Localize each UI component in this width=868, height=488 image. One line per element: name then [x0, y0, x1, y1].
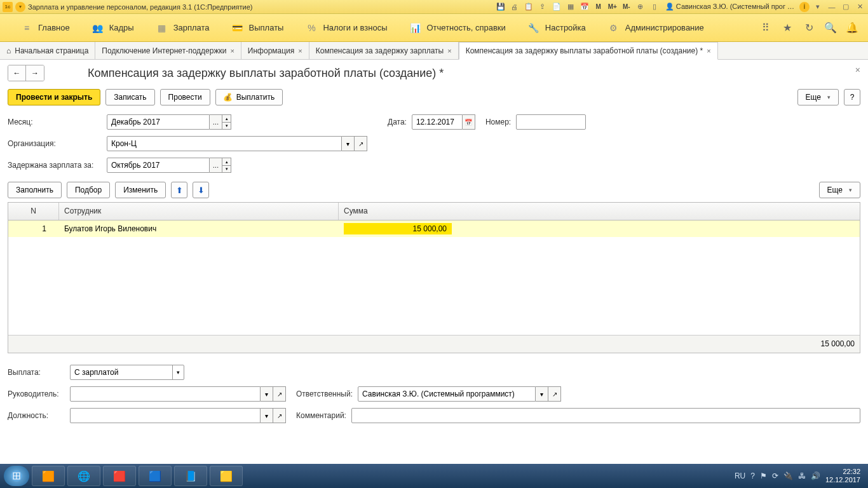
close-icon[interactable]: × — [447, 47, 451, 55]
grid-icon[interactable]: ▦ — [565, 2, 576, 12]
tray-volume-icon[interactable]: 🔊 — [811, 471, 820, 480]
month-up-button[interactable]: ▴ — [222, 114, 231, 122]
book-icon[interactable]: ▯ — [649, 2, 660, 12]
position-input[interactable] — [70, 408, 261, 423]
move-up-button[interactable]: ⬆ — [171, 182, 187, 198]
save-button[interactable]: Записать — [105, 89, 154, 105]
taskbar-skype[interactable]: 🟦 — [139, 466, 172, 486]
pick-button[interactable]: Подбор — [67, 182, 110, 198]
comment-input[interactable] — [351, 408, 860, 423]
fill-button[interactable]: Заполнить — [8, 182, 62, 198]
page-close-button[interactable]: × — [855, 65, 860, 75]
minimize-icon[interactable]: — — [826, 2, 837, 12]
search-icon[interactable]: 🔍 — [825, 22, 836, 34]
maximize-icon[interactable]: ▢ — [840, 2, 851, 12]
close-window-icon[interactable]: ✕ — [854, 2, 865, 12]
date-input[interactable]: 12.12.2017 — [412, 114, 463, 130]
memory-mplus-icon[interactable]: M+ — [607, 2, 618, 12]
tray-network-icon[interactable]: 🖧 — [798, 471, 806, 480]
nav-back-button[interactable]: ← — [8, 65, 26, 81]
tray-updates-icon[interactable]: ⟳ — [772, 471, 778, 480]
help-button[interactable]: ? — [844, 89, 860, 105]
organization-open-button[interactable]: ↗ — [355, 136, 367, 151]
month-down-button[interactable]: ▾ — [222, 122, 231, 130]
post-and-close-button[interactable]: Провести и закрыть — [8, 89, 100, 105]
delayed-up-button[interactable]: ▴ — [222, 158, 231, 165]
nav-admin[interactable]: ⚙Администрирование — [597, 14, 715, 41]
copy-icon[interactable]: 📋 — [523, 2, 534, 12]
titlebar-menu-icon[interactable]: ▾ — [15, 2, 25, 12]
move-down-button[interactable]: ⬇ — [193, 182, 209, 198]
close-icon[interactable]: × — [707, 47, 710, 55]
save-icon[interactable]: 💾 — [495, 2, 506, 12]
notifications-icon[interactable]: 🔔 — [846, 22, 858, 34]
nav-hamburger[interactable]: ≡Главное — [10, 14, 81, 41]
more-button[interactable]: Еще — [797, 89, 839, 105]
responsible-input[interactable]: Савинская З.Ю. (Системный программист) — [358, 386, 536, 402]
taskbar-yandex[interactable]: 🟥 — [103, 466, 136, 486]
close-icon[interactable]: × — [298, 47, 302, 55]
nav-forward-button[interactable]: → — [26, 65, 44, 81]
start-button[interactable] — [4, 466, 29, 486]
position-open-button[interactable]: ↗ — [273, 408, 286, 423]
table-row[interactable]: 1 Булатов Игорь Виленович 15 000,00 — [8, 220, 860, 237]
responsible-dropdown-button[interactable]: ▾ — [536, 386, 548, 402]
tab-compensation-create[interactable]: Компенсация за задержку выплаты заработн… — [459, 42, 718, 60]
print-icon[interactable]: 🖨 — [509, 2, 520, 12]
memory-m-icon[interactable]: M — [593, 2, 604, 12]
table-more-button[interactable]: Еще — [819, 182, 860, 198]
manager-input[interactable] — [70, 386, 261, 402]
nav-payments[interactable]: 💳Выплаты — [221, 14, 295, 41]
number-input[interactable] — [516, 114, 586, 130]
tab-home[interactable]: ⌂Начальная страница — [0, 42, 95, 59]
close-icon[interactable]: × — [230, 47, 234, 55]
delayed-input[interactable]: Октябрь 2017 — [107, 158, 210, 173]
tray-lang[interactable]: RU — [735, 471, 745, 480]
tray-clock[interactable]: 22:32 12.12.2017 — [825, 468, 860, 484]
responsible-open-button[interactable]: ↗ — [548, 386, 561, 402]
apps-grid-icon[interactable]: ⠿ — [760, 22, 771, 34]
nav-reports[interactable]: 📊Отчетность, справки — [399, 14, 517, 41]
nav-settings[interactable]: 🔧Настройка — [517, 14, 597, 41]
date-calendar-button[interactable]: 📅 — [463, 114, 475, 130]
nav-personnel[interactable]: 👥Кадры — [81, 14, 146, 41]
pay-button[interactable]: 💰Выплатить — [215, 89, 283, 105]
upload-icon[interactable]: ⇪ — [537, 2, 548, 12]
calendar-icon[interactable]: 📅 — [579, 2, 590, 12]
taskbar-ie[interactable]: 🌐 — [67, 466, 100, 486]
post-button[interactable]: Провести — [160, 89, 210, 105]
taskbar-mediaplayer[interactable]: 🟧 — [32, 466, 65, 486]
organization-input[interactable]: Крон-Ц — [107, 136, 342, 151]
position-dropdown-button[interactable]: ▾ — [261, 408, 273, 423]
tray-help-icon[interactable]: ? — [750, 471, 755, 480]
tab-compensation-list[interactable]: Компенсация за задержку зарплаты× — [309, 42, 459, 59]
taskbar-word[interactable]: 📘 — [174, 466, 207, 486]
delayed-ellipsis-button[interactable]: … — [210, 158, 222, 173]
col-header-n[interactable]: N — [8, 203, 59, 220]
edit-button[interactable]: Изменить — [115, 182, 166, 198]
tray-flag-icon[interactable]: ⚑ — [760, 471, 767, 480]
organization-dropdown-button[interactable]: ▾ — [342, 136, 355, 151]
nav-taxes[interactable]: %Налоги и взносы — [295, 14, 398, 41]
memory-mminus-icon[interactable]: M- — [621, 2, 632, 12]
delayed-down-button[interactable]: ▾ — [222, 165, 231, 173]
favorites-icon[interactable]: ★ — [782, 22, 793, 34]
info-icon[interactable]: i — [799, 2, 810, 12]
col-header-sum[interactable]: Сумма — [339, 203, 860, 220]
tab-information[interactable]: Информация× — [241, 42, 309, 59]
zoom-in-icon[interactable]: ⊕ — [635, 2, 646, 12]
tray-usb-icon[interactable]: 🔌 — [783, 471, 793, 480]
chevron-down-icon[interactable]: ▾ — [812, 2, 824, 12]
payment-select[interactable]: С зарплатой ▾ — [70, 365, 184, 380]
month-input[interactable]: Декабрь 2017 — [107, 114, 210, 130]
history-icon[interactable]: ↻ — [803, 22, 815, 34]
tab-internet-support[interactable]: Подключение Интернет-поддержки× — [95, 42, 241, 59]
payment-label: Выплата: — [8, 368, 65, 377]
taskbar-1c[interactable]: 🟨 — [210, 466, 243, 486]
manager-dropdown-button[interactable]: ▾ — [261, 386, 273, 402]
manager-open-button[interactable]: ↗ — [273, 386, 286, 402]
nav-salary[interactable]: ▦Зарплата — [146, 14, 221, 41]
col-header-employee[interactable]: Сотрудник — [59, 203, 339, 220]
doc-icon[interactable]: 📄 — [551, 2, 562, 12]
month-ellipsis-button[interactable]: … — [210, 114, 222, 130]
